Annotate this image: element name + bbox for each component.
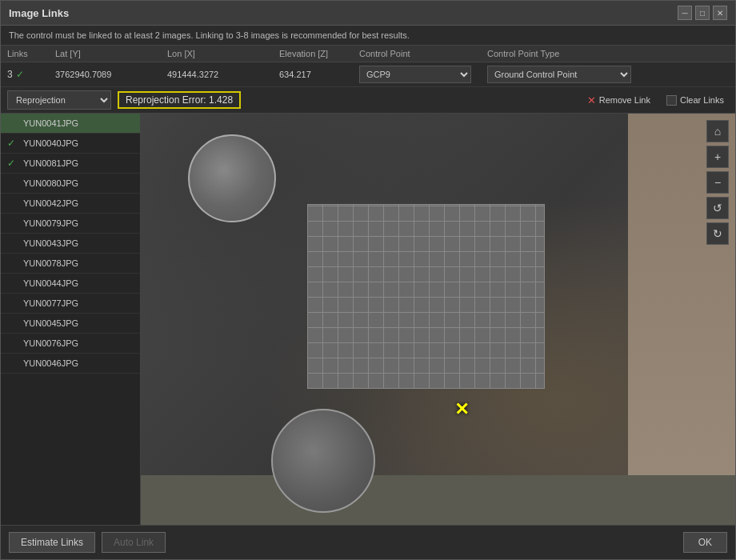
list-item-check	[7, 178, 18, 189]
list-item-name: YUN0081JPG	[23, 158, 78, 168]
list-item-name: YUN0045JPG	[23, 318, 78, 328]
list-item-check	[7, 218, 18, 229]
home-button[interactable]: ⌂	[706, 120, 729, 142]
list-item[interactable]: YUN0080JPG	[1, 174, 140, 194]
home-icon: ⌂	[714, 125, 721, 138]
image-view[interactable]: ✕ ⌂ + − ↺ ↻	[141, 114, 735, 525]
list-item-check	[7, 118, 18, 129]
reprojection-error-box: Reprojection Error: 1.428	[118, 91, 241, 109]
list-item[interactable]: YUN0042JPG	[1, 194, 140, 214]
reprojection-dropdown[interactable]: Reprojection	[7, 90, 111, 110]
list-item-name: YUN0080JPG	[23, 178, 78, 188]
list-item-check	[7, 258, 18, 269]
list-item-name: YUN0044JPG	[23, 278, 78, 288]
control-point-dropdown-cell: GCP9	[359, 66, 487, 83]
gcp-marker: ✕	[454, 399, 469, 420]
close-icon: ✕	[717, 9, 723, 18]
ok-button[interactable]: OK	[683, 532, 727, 553]
info-bar: The control must be linked to at least 2…	[1, 26, 735, 46]
list-item-name: YUN0040JPG	[23, 138, 78, 148]
clear-links-label: Clear Links	[680, 95, 724, 105]
main-window: Image Links ─ □ ✕ The control must be li…	[0, 0, 736, 560]
list-item-check	[7, 278, 18, 289]
estimate-links-button[interactable]: Estimate Links	[9, 532, 95, 553]
controls-row: Reprojection Reprojection Error: 1.428 ✕…	[1, 87, 735, 114]
info-message: The control must be linked to at least 2…	[9, 30, 410, 40]
remove-link-label: Remove Link	[599, 95, 650, 105]
main-area: YUN0041JPG ✓ YUN0040JPG ✓ YUN0081JPG YUN…	[1, 114, 735, 525]
zoom-out-button[interactable]: −	[706, 171, 729, 194]
rotate-left-button[interactable]: ↺	[706, 197, 729, 219]
list-item[interactable]: YUN0045JPG	[1, 314, 140, 334]
title-bar-controls: ─ □ ✕	[678, 6, 727, 20]
elevation-value: 634.217	[279, 70, 359, 79]
list-item[interactable]: YUN0041JPG	[1, 114, 140, 134]
list-item[interactable]: YUN0077JPG	[1, 294, 140, 314]
reprojection-error-text: Reprojection Error: 1.428	[126, 94, 233, 106]
links-cell: 3 ✓	[7, 69, 55, 80]
aerial-image: ✕	[141, 114, 735, 525]
list-item-check: ✓	[7, 158, 18, 169]
lon-value: 491444.3272	[167, 70, 279, 79]
header-elevation: Elevation [Z]	[279, 49, 359, 58]
list-item[interactable]: YUN0079JPG	[1, 214, 140, 234]
control-point-dropdown[interactable]: GCP9	[359, 66, 471, 83]
clear-links-button[interactable]: Clear Links	[662, 94, 729, 107]
building-main	[307, 204, 545, 389]
header-lon: Lon [X]	[167, 49, 279, 58]
list-item-check	[7, 198, 18, 209]
list-item-name: YUN0043JPG	[23, 238, 78, 248]
header-control-point: Control Point	[359, 49, 487, 58]
zoom-out-icon: −	[714, 176, 721, 189]
tank-left	[188, 134, 276, 222]
list-item[interactable]: ✓ YUN0040JPG	[1, 134, 140, 154]
list-item-name: YUN0079JPG	[23, 218, 78, 228]
list-item-check: ✓	[7, 138, 18, 149]
building-roof-lines	[308, 205, 544, 388]
maximize-icon: □	[700, 9, 705, 18]
table-header: Links Lat [Y] Lon [X] Elevation [Z] Cont…	[1, 46, 735, 62]
clear-links-checkbox[interactable]	[666, 95, 677, 106]
tank-bottom	[271, 409, 375, 513]
list-item-check	[7, 238, 18, 249]
header-control-point-type: Control Point Type	[487, 49, 663, 58]
rotate-left-icon: ↺	[713, 202, 722, 214]
list-item-name: YUN0042JPG	[23, 198, 78, 208]
maximize-button[interactable]: □	[695, 6, 710, 20]
image-toolbar: ⌂ + − ↺ ↻	[706, 120, 729, 245]
close-button[interactable]: ✕	[713, 6, 727, 20]
control-point-type-dropdown[interactable]: Ground Control Point	[487, 66, 631, 83]
header-links: Links	[7, 49, 55, 58]
rotate-right-button[interactable]: ↻	[706, 222, 729, 245]
road-bottom	[141, 475, 735, 525]
table-data-row: 3 ✓ 3762940.7089 491444.3272 634.217 GCP…	[1, 62, 735, 87]
list-item-name: YUN0078JPG	[23, 258, 78, 268]
auto-link-button[interactable]: Auto Link	[102, 532, 166, 553]
list-item[interactable]: ✓ YUN0081JPG	[1, 154, 140, 174]
links-count: 3	[7, 69, 13, 80]
minimize-button[interactable]: ─	[678, 6, 692, 20]
zoom-in-icon: +	[714, 150, 721, 163]
zoom-in-button[interactable]: +	[706, 146, 729, 168]
links-checkmark: ✓	[16, 69, 24, 80]
list-item-name: YUN0041JPG	[23, 118, 78, 128]
list-item[interactable]: YUN0044JPG	[1, 274, 140, 294]
window-title: Image Links	[9, 7, 69, 19]
list-item-name: YUN0046JPG	[23, 358, 78, 368]
list-item-check	[7, 338, 18, 349]
footer: Estimate Links Auto Link OK	[1, 525, 735, 559]
list-item[interactable]: YUN0046JPG	[1, 354, 140, 374]
lat-value: 3762940.7089	[55, 70, 167, 79]
list-item-check	[7, 298, 18, 309]
list-item[interactable]: YUN0043JPG	[1, 234, 140, 254]
remove-x-icon: ✕	[587, 94, 596, 106]
remove-link-button[interactable]: ✕ Remove Link	[582, 93, 655, 108]
list-item-name: YUN0077JPG	[23, 298, 78, 308]
list-item-check	[7, 358, 18, 369]
list-item-check	[7, 318, 18, 329]
list-item[interactable]: YUN0078JPG	[1, 254, 140, 274]
header-lat: Lat [Y]	[55, 49, 167, 58]
title-bar: Image Links ─ □ ✕	[1, 1, 735, 26]
control-point-type-dropdown-cell: Ground Control Point	[487, 66, 663, 83]
list-item[interactable]: YUN0076JPG	[1, 334, 140, 354]
